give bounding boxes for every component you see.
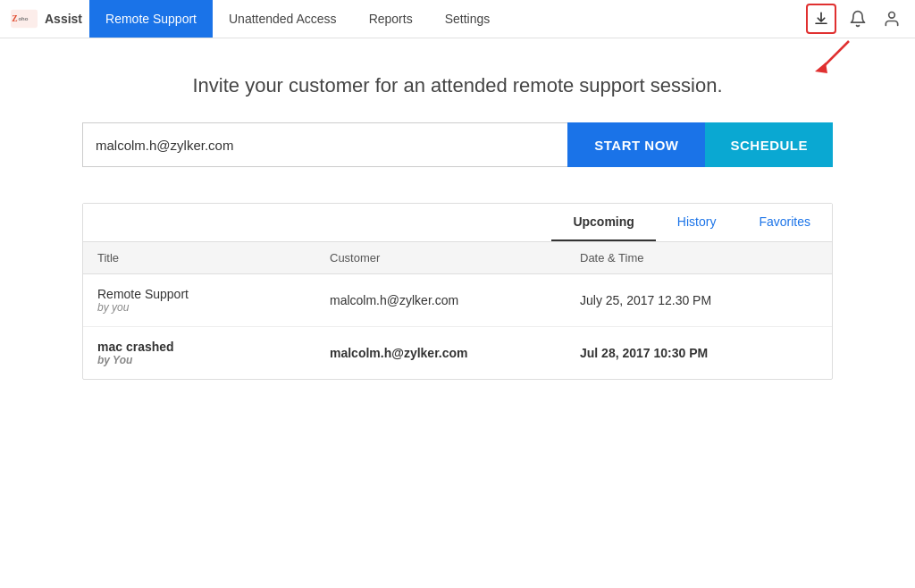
row-2-date: Jul 28, 2017 10:30 PM (580, 346, 818, 360)
col-date: Date & Time (580, 251, 818, 265)
nav-reports[interactable]: Reports (353, 0, 429, 38)
download-icon (813, 11, 829, 27)
tabs-row: Upcoming History Favorites (83, 204, 832, 242)
header-right (806, 4, 904, 34)
invite-heading: Invite your customer for an attended rem… (82, 74, 833, 97)
col-title: Title (97, 251, 330, 265)
table-row: Remote Support by you malcolm.h@zylker.c… (83, 274, 832, 327)
invite-form: START NOW SCHEDULE (82, 122, 833, 167)
bell-icon (849, 10, 867, 28)
nav-remote-support[interactable]: Remote Support (89, 0, 213, 38)
start-now-button[interactable]: START NOW (567, 122, 705, 167)
header: Z oho Assist Remote Support Unattended A… (0, 0, 915, 38)
logo: Z oho Assist (11, 9, 82, 29)
row-1-title: Remote Support by you (97, 287, 330, 314)
logo-assist-text: Assist (45, 12, 82, 26)
tab-upcoming[interactable]: Upcoming (551, 204, 655, 241)
zoho-logo-icon: Z oho (11, 9, 38, 29)
notifications-button[interactable] (845, 6, 870, 31)
download-button[interactable] (806, 4, 836, 34)
email-input[interactable] (82, 122, 567, 167)
main-content: Invite your customer for an attended rem… (29, 38, 886, 407)
schedule-button[interactable]: SCHEDULE (705, 122, 833, 167)
svg-text:Z: Z (12, 13, 17, 23)
main-nav: Remote Support Unattended Access Reports… (89, 0, 806, 38)
table-row: mac crashed by You malcolm.h@zylker.com … (83, 327, 832, 379)
user-icon (883, 10, 901, 28)
nav-unattended-access[interactable]: Unattended Access (213, 0, 353, 38)
sessions-table: Upcoming History Favorites Title Custome… (82, 203, 833, 380)
row-2-customer: malcolm.h@zylker.com (330, 346, 580, 360)
user-profile-button[interactable] (879, 6, 904, 31)
row-1-date: July 25, 2017 12.30 PM (580, 293, 818, 307)
tab-history[interactable]: History (656, 204, 738, 241)
row-1-customer: malcolm.h@zylker.com (330, 293, 580, 307)
svg-point-3 (889, 13, 895, 19)
tab-favorites[interactable]: Favorites (737, 204, 832, 241)
table-header: Title Customer Date & Time (83, 242, 832, 274)
svg-text:oho: oho (18, 16, 28, 21)
row-2-title: mac crashed by You (97, 340, 330, 366)
nav-settings[interactable]: Settings (429, 0, 507, 38)
col-customer: Customer (330, 251, 580, 265)
